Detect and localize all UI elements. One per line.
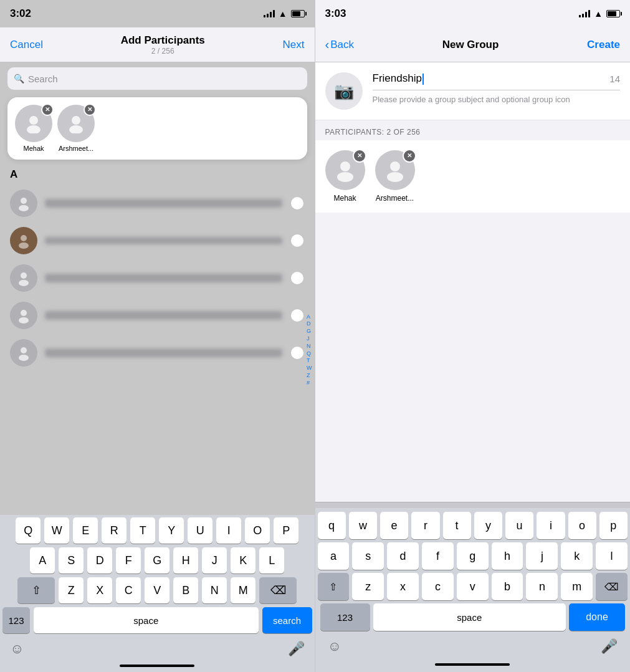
key-V[interactable]: V [145,577,169,603]
key-search-left[interactable]: search [262,607,312,633]
contact-row-5[interactable] [0,334,315,372]
contact-checkbox-2[interactable] [290,233,305,248]
svg-point-14 [340,161,350,171]
key-N[interactable]: N [202,577,227,603]
contact-row-3[interactable] [0,259,315,297]
key-r[interactable]: r [411,512,439,539]
key-s[interactable]: s [352,542,384,570]
key-t[interactable]: t [443,512,471,539]
key-v[interactable]: v [457,573,489,600]
contact-row-4[interactable] [0,297,315,334]
key-H[interactable]: H [173,547,198,574]
key-S[interactable]: S [59,547,84,574]
contact-avatar-4 [10,302,37,329]
contact-row-2[interactable] [0,222,315,259]
remove-badge-arshmeet-right[interactable]: ✕ [403,149,416,163]
remove-x-mehak: ✕ [45,107,50,113]
key-w[interactable]: w [349,512,377,539]
participant-item-mehak-right[interactable]: ✕ Mehak [325,150,365,203]
key-X[interactable]: X [87,577,112,603]
key-q[interactable]: q [318,512,346,539]
key-e[interactable]: e [380,512,408,539]
key-h[interactable]: h [492,542,523,570]
key-space-left[interactable]: space [34,607,259,633]
key-A[interactable]: A [30,547,55,574]
next-button[interactable]: Next [283,39,305,51]
key-T[interactable]: T [130,517,155,544]
participant-chip-mehak[interactable]: ✕ Mehak [15,105,52,152]
key-Z[interactable]: Z [59,577,84,603]
search-bar-left[interactable]: 🔍 Search [7,67,307,90]
participant-item-arshmeet-right[interactable]: ✕ Arshmeet... [375,150,415,203]
contact-checkbox-1[interactable] [290,196,305,211]
key-space-right[interactable]: space [373,603,566,631]
key-W[interactable]: W [44,517,69,544]
key-U[interactable]: U [188,517,212,544]
key-p[interactable]: p [599,512,628,539]
key-Q[interactable]: Q [16,517,41,544]
key-x[interactable]: x [387,573,419,600]
key-B[interactable]: B [173,577,198,603]
key-L[interactable]: L [259,547,284,574]
contact-avatar-5 [10,339,37,367]
key-b[interactable]: b [492,573,523,600]
key-backspace-right[interactable]: ⌫ [596,573,628,600]
key-R[interactable]: R [102,517,126,544]
remove-badge-mehak-right[interactable]: ✕ [353,149,366,163]
key-m[interactable]: m [561,573,593,600]
key-u[interactable]: u [505,512,533,539]
key-123-right[interactable]: 123 [320,603,370,631]
search-icon-left: 🔍 [14,74,24,84]
emoji-icon-right[interactable]: ☺ [328,638,341,655]
contact-checkbox-4[interactable] [290,308,305,323]
key-a[interactable]: a [318,542,350,570]
key-c[interactable]: c [422,573,454,600]
participant-chip-arshmeet[interactable]: ✕ Arshmeet... [57,105,95,152]
key-O[interactable]: O [245,517,270,544]
participants-grid-right: ✕ Mehak ✕ Arshmeet. [315,140,631,213]
contact-checkbox-5[interactable] [290,345,305,360]
key-y[interactable]: y [474,512,502,539]
key-o[interactable]: o [568,512,596,539]
mic-icon-right[interactable]: 🎤 [601,638,618,655]
contact-checkbox-3[interactable] [290,271,305,286]
key-j[interactable]: j [526,542,558,570]
remove-badge-mehak[interactable]: ✕ [41,103,54,116]
key-f[interactable]: f [422,542,454,570]
create-button[interactable]: Create [587,39,620,51]
key-C[interactable]: C [116,577,141,603]
key-J[interactable]: J [202,547,227,574]
key-shift-left[interactable]: ⇧ [17,577,55,603]
participants-header-right: PARTICIPANTS: 2 OF 256 [315,120,631,140]
key-D[interactable]: D [87,547,112,574]
cancel-button[interactable]: Cancel [10,39,43,51]
remove-badge-arshmeet[interactable]: ✕ [84,103,96,116]
key-k[interactable]: k [561,542,593,570]
mic-icon-left[interactable]: 🎤 [288,641,305,657]
key-l[interactable]: l [596,542,628,570]
emoji-icon-left[interactable]: ☺ [10,641,24,657]
key-I[interactable]: I [216,517,241,544]
key-P[interactable]: P [274,517,298,544]
key-n[interactable]: n [526,573,558,600]
camera-icon-wrap[interactable]: 📷 [325,72,363,110]
key-z[interactable]: z [352,573,384,600]
group-name-input[interactable]: Friendship [373,72,424,85]
key-G[interactable]: G [145,547,169,574]
key-backspace-left[interactable]: ⌫ [259,577,297,603]
key-F[interactable]: F [116,547,141,574]
back-button[interactable]: ‹ Back [325,37,354,52]
key-shift-right[interactable]: ⇧ [318,573,350,600]
group-name-text: Friendship [373,72,422,84]
key-i[interactable]: i [537,512,565,539]
key-E[interactable]: E [73,517,98,544]
key-123-left[interactable]: 123 [2,607,30,633]
group-name-input-wrap: Friendship 14 [373,72,621,90]
key-Y[interactable]: Y [159,517,184,544]
key-g[interactable]: g [457,542,489,570]
contact-row-1[interactable] [0,185,315,222]
key-d[interactable]: d [387,542,419,570]
key-M[interactable]: M [231,577,255,603]
key-K[interactable]: K [231,547,255,574]
key-done-right[interactable]: done [569,603,625,631]
